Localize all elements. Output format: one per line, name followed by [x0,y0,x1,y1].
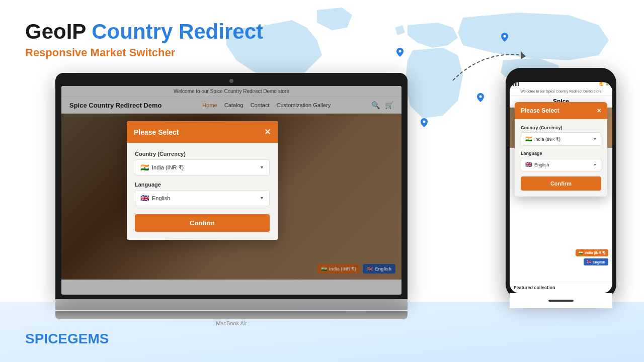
country-form-group: Country (Currency) 🇮🇳 India (INR ₹) ▼ [135,151,270,175]
phone-uk-flag: 🇬🇧 [525,161,532,168]
brand-logo: SPICEGEMS [25,331,109,347]
signal-icon: ▌▌▌ [513,82,520,86]
phone-country-label: Country (Currency) [521,125,601,130]
close-button[interactable]: ✕ [264,127,271,137]
map-pin-4 [421,118,428,129]
country-select[interactable]: 🇮🇳 India (INR ₹) ▼ [135,159,270,175]
phone-status-pills: 🇮🇳 India (INR ₹) 🇬🇧 English [576,249,608,265]
phone-statusbar: ▌▌▌ 📶 🔋 [510,82,612,86]
map-pin-3 [477,93,484,104]
phone-chevron-down-1: ▼ [593,137,597,141]
phone-topbar: Welcome to our Spice Country Redirect De… [510,87,612,96]
modal-title: Please Select [134,128,179,136]
phone-home-indicator [548,300,574,302]
modal-overlay: Please Select ✕ Country (Currency) 🇮🇳 In… [61,86,401,295]
phone-chevron-down-2: ▼ [593,163,597,166]
language-select[interactable]: 🇬🇧 English ▼ [135,190,270,206]
language-value: English [152,195,170,201]
phone-country-value: India (INR ₹) [534,137,560,142]
svg-point-2 [479,96,482,98]
phone-modal-body: Country (Currency) 🇮🇳 India (INR ₹) ▼ La… [515,119,607,197]
phone-notch [543,73,579,80]
country-select-modal: Please Select ✕ Country (Currency) 🇮🇳 In… [127,121,278,240]
phone-flag-country: 🇮🇳 [579,251,583,255]
phone-bottom-area [510,293,612,308]
map-pin-2 [501,33,508,44]
language-form-group: Language 🇬🇧 English ▼ [135,182,270,206]
phone-close-button[interactable]: ✕ [597,108,601,114]
phone-language-pill[interactable]: 🇬🇧 English [584,258,608,265]
laptop-device: Welcome to our Spice Country Redirect De… [55,73,408,319]
map-pin-1 [396,48,404,59]
phone-india-flag: 🇮🇳 [525,136,532,142]
main-title: GeoIP Country Redirect [25,20,263,43]
subtitle: Responsive Market Switcher [25,46,263,59]
laptop-camera [229,79,233,83]
phone-country-select[interactable]: 🇮🇳 India (INR ₹) ▼ [521,132,601,146]
phone-language-select[interactable]: 🇬🇧 English ▼ [521,158,601,171]
svg-point-3 [423,121,426,123]
phone-screen: ▌▌▌ 📶 🔋 Welcome to our Spice Country Red… [510,82,612,293]
laptop-foot [55,311,408,319]
title-black: GeoIP [25,20,86,43]
laptop-base [55,299,408,310]
country-label: Country (Currency) [135,151,270,157]
phone-featured-label: Featured collection [510,282,612,293]
country-value: India (INR ₹) [152,164,184,171]
phone-country-pill[interactable]: 🇮🇳 India (INR ₹) [576,249,608,256]
svg-point-1 [504,35,506,38]
language-label: Language [135,182,270,188]
uk-flag: 🇬🇧 [140,194,149,202]
page-header: GeoIP Country Redirect Responsive Market… [25,20,263,59]
title-blue: Country Redirect [86,20,263,43]
battery-icon: 📶 🔋 [599,82,609,86]
phone-confirm-button[interactable]: Confirm [521,176,601,191]
svg-point-0 [399,50,401,53]
laptop-body: Welcome to our Spice Country Redirect De… [55,73,408,299]
phone-modal: Please Select ✕ Country (Currency) 🇮🇳 In… [515,102,607,197]
modal-body: Country (Currency) 🇮🇳 India (INR ₹) ▼ La… [127,143,278,240]
phone-device: ▌▌▌ 📶 🔋 Welcome to our Spice Country Red… [506,68,616,309]
phone-flag-lang: 🇬🇧 [587,260,591,264]
modal-header: Please Select ✕ [127,121,278,143]
phone-lang-pill-text: English [593,260,605,264]
phone-modal-title: Please Select [521,107,559,114]
phone-language-label: Language [521,151,601,156]
laptop-model-label: MacBook Air [55,320,408,326]
india-flag: 🇮🇳 [140,163,149,171]
confirm-button[interactable]: Confirm [135,214,270,232]
phone-modal-header: Please Select ✕ [515,102,607,119]
phone-language-value: English [534,162,549,167]
laptop-screen: Welcome to our Spice Country Redirect De… [61,86,401,295]
chevron-down-icon-2: ▼ [260,196,264,201]
phone-body: ▌▌▌ 📶 🔋 Welcome to our Spice Country Red… [506,68,616,299]
phone-country-pill-text: India (INR ₹) [585,251,605,255]
chevron-down-icon: ▼ [260,165,264,170]
